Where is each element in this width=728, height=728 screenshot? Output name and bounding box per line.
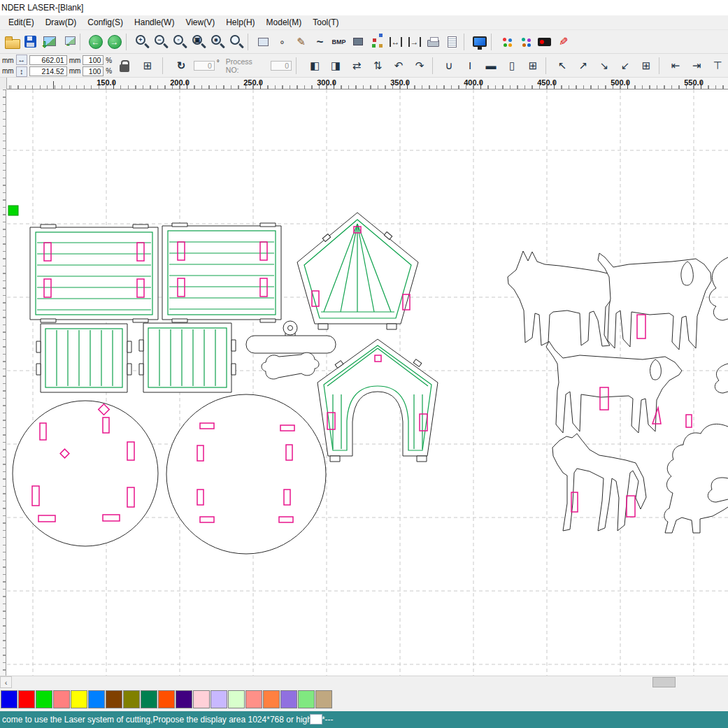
palette-color-9[interactable] — [158, 690, 175, 708]
mirror-flag-a-icon[interactable]: ◧ — [304, 57, 325, 75]
horizontal-ruler[interactable]: 150.0200.0250.0300.0350.0400.0450.0500.0… — [0, 78, 728, 90]
palette-color-15[interactable] — [263, 690, 280, 708]
origin-top-right-icon[interactable]: ↗ — [573, 57, 594, 75]
dog-silhouette-hound[interactable] — [598, 253, 711, 350]
camera-icon[interactable] — [535, 33, 554, 51]
palette-color-4[interactable] — [71, 690, 87, 708]
palette-color-8[interactable] — [141, 690, 157, 708]
process-no-input[interactable]: 0 — [271, 61, 292, 71]
laser-pointer-icon[interactable]: ✎ — [554, 33, 573, 51]
palette-color-6[interactable] — [106, 690, 122, 708]
zoom-out-icon[interactable]: − — [151, 33, 170, 51]
rotate-angle-input[interactable]: 0 — [194, 61, 215, 71]
menu-viewv[interactable]: View(V) — [180, 16, 220, 29]
width-input[interactable]: 662.01 — [29, 55, 67, 65]
zoom-in-icon[interactable]: + — [132, 33, 151, 51]
dog-house-slat-panel-b[interactable] — [139, 323, 236, 392]
palette-color-16[interactable] — [280, 690, 297, 708]
green-marker-square[interactable] — [8, 206, 18, 215]
dog-house-side-panel-b[interactable] — [162, 223, 281, 322]
zoom-all-icon[interactable]: ▣ — [189, 33, 208, 51]
base-circle-a[interactable] — [13, 401, 158, 546]
origin-top-left-icon[interactable]: ↖ — [552, 57, 573, 75]
print-icon[interactable] — [424, 33, 443, 51]
open-icon[interactable] — [2, 33, 21, 51]
menu-helph[interactable]: Help(H) — [220, 16, 260, 29]
palette-color-13[interactable] — [228, 690, 245, 708]
menu-drawd[interactable]: Draw(D) — [40, 16, 83, 29]
scale-x-input[interactable]: 100 — [83, 55, 104, 65]
zoom-select-icon[interactable]: ∗ — [208, 33, 227, 51]
dog-silhouette-greyhound[interactable] — [552, 434, 646, 531]
menu-edite[interactable]: Edit(E) — [3, 16, 40, 29]
node-array-icon[interactable] — [367, 33, 386, 51]
pen-tool-icon[interactable]: ✎ — [292, 33, 311, 51]
dog-house-side-panel-a[interactable] — [30, 224, 158, 322]
height-input[interactable]: 214.52 — [29, 66, 67, 76]
vertical-ruler[interactable] — [0, 90, 6, 676]
palette-color-2[interactable] — [36, 690, 52, 708]
grid-settings-button[interactable]: ⊞ — [137, 57, 158, 75]
palette-color-5[interactable] — [88, 690, 105, 708]
dog-bone[interactable] — [262, 352, 319, 379]
bar-icon[interactable]: ▬ — [480, 57, 501, 75]
flip-vertical-icon[interactable]: ⇅ — [367, 57, 388, 75]
palette-color-7[interactable] — [123, 690, 140, 708]
mirror-flag-b-icon[interactable]: ◨ — [325, 57, 346, 75]
rotate-left-icon[interactable]: ↶ — [388, 57, 409, 75]
scale-y-input[interactable]: 100 — [83, 66, 104, 76]
drawing-canvas[interactable] — [0, 90, 728, 676]
palette-color-11[interactable] — [193, 690, 210, 708]
measure-width-icon[interactable]: ↔ — [386, 33, 405, 51]
menu-toolt[interactable]: Tool(T) — [307, 16, 344, 29]
palette-color-0[interactable] — [1, 690, 17, 708]
fill-rect-icon[interactable] — [348, 33, 367, 51]
redo-icon[interactable]: → — [105, 33, 124, 51]
palette-color-12[interactable] — [210, 690, 227, 708]
palette-color-18[interactable] — [315, 690, 332, 708]
node-edit-icon[interactable]: ∘ — [273, 33, 292, 51]
menu-configs[interactable]: Config(S) — [82, 16, 129, 29]
dog-silhouette-poodle-partial[interactable] — [664, 415, 728, 533]
lock-ratio-button[interactable] — [114, 57, 135, 75]
align-top-icon[interactable]: ⊤ — [707, 57, 728, 75]
zoom-page-icon[interactable]: ▫ — [170, 33, 189, 51]
scroll-left-button[interactable]: ‹ — [0, 676, 12, 688]
center-beam-icon[interactable]: I — [459, 57, 480, 75]
scrollbar-thumb[interactable] — [652, 677, 676, 687]
table-icon[interactable]: ⊞ — [522, 57, 543, 75]
undo-icon[interactable]: ← — [86, 33, 105, 51]
import-bitmap-icon[interactable]: ⇩ — [40, 33, 59, 51]
save-icon[interactable] — [21, 33, 40, 51]
align-left-icon[interactable]: ⇤ — [665, 57, 686, 75]
origin-bottom-right-icon[interactable]: ↘ — [594, 57, 615, 75]
menu-modelm[interactable]: Model(M) — [261, 16, 308, 29]
origin-center-icon[interactable]: ⊞ — [636, 57, 657, 75]
align-right-icon[interactable]: ⇥ — [686, 57, 707, 75]
color-dots-b-icon[interactable] — [516, 33, 535, 51]
horizontal-scrollbar[interactable]: ‹ — [0, 676, 728, 687]
export-bitmap-icon[interactable]: ⇧ — [59, 33, 78, 51]
palette-color-14[interactable] — [245, 690, 262, 708]
origin-bottom-left-icon[interactable]: ↙ — [615, 57, 636, 75]
monitor-icon[interactable] — [470, 33, 489, 51]
output-doc-icon[interactable] — [443, 33, 462, 51]
palette-color-3[interactable] — [53, 690, 70, 708]
curve-tool-icon[interactable]: ~ — [311, 33, 329, 51]
menu-handlew[interactable]: Handle(W) — [129, 16, 180, 29]
flip-horizontal-icon[interactable]: ⇄ — [346, 57, 367, 75]
dog-house-slat-panel-a[interactable] — [36, 324, 131, 392]
palette-color-17[interactable] — [298, 690, 315, 708]
rotate-right-icon[interactable]: ↷ — [409, 57, 430, 75]
zoom-drag-icon[interactable] — [227, 33, 245, 51]
measure-extent-icon[interactable]: → — [405, 33, 424, 51]
color-dots-icon[interactable] — [497, 33, 516, 51]
palette-color-10[interactable] — [176, 690, 192, 708]
bmp-icon[interactable]: BMP — [329, 33, 348, 51]
base-circle-b[interactable] — [166, 394, 326, 554]
weld-icon[interactable]: ∪ — [438, 57, 459, 75]
cylinder-icon[interactable]: ▯ — [501, 57, 522, 75]
palette-color-1[interactable] — [18, 690, 35, 708]
rotate-button[interactable]: ↻ — [171, 57, 192, 75]
dog-silhouette-labrador[interactable] — [546, 341, 682, 433]
